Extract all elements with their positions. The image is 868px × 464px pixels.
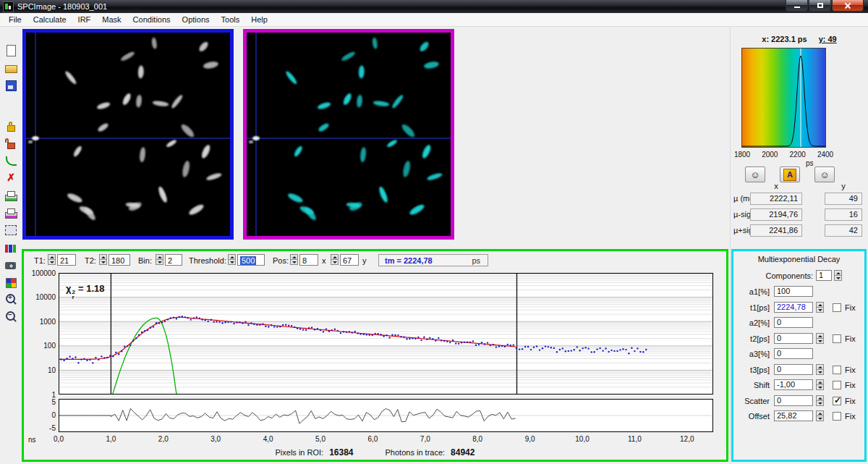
menu-file[interactable]: File [3, 14, 27, 25]
param-spinner[interactable] [816, 302, 824, 313]
minimize-button[interactable] [786, 0, 808, 12]
lifetime-image-panel [243, 29, 454, 240]
param-label: a1[%] [736, 287, 770, 296]
pos-y-field[interactable]: 67 [340, 254, 359, 266]
menu-conditions[interactable]: Conditions [127, 14, 176, 25]
param-spinner[interactable] [816, 379, 824, 391]
fix-label: Fix [845, 334, 856, 343]
fix-checkbox[interactable] [833, 412, 841, 421]
menu-help[interactable]: Help [245, 14, 273, 25]
y-axis-tick: 100 [24, 342, 56, 350]
multiexponential-panel: Multiexponential Decay Components: 1 a1[… [731, 249, 867, 462]
spcimage-window: SPCImage - 180903_001 FileCalculateIRFMa… [0, 0, 868, 464]
pixels-in-roi-label: Pixels in ROI: [276, 448, 324, 457]
param-spinner[interactable] [816, 364, 824, 376]
param-spinner[interactable] [816, 333, 824, 345]
bin-spinner[interactable] [156, 254, 163, 266]
delete-icon[interactable]: ✗ [3, 172, 19, 185]
scale-right-button[interactable]: ☺ [814, 166, 835, 182]
pixels-in-roi-value: 16384 [329, 447, 353, 457]
curve-icon[interactable] [3, 154, 19, 167]
menu-bar: FileCalculateIRFMaskConditionsOptionsToo… [0, 13, 868, 27]
param-field[interactable]: 0 [774, 317, 813, 328]
menu-mask[interactable]: Mask [96, 14, 127, 25]
pos-y-unit-label: y [362, 256, 367, 265]
tm-value: tm = 2224,78 [385, 256, 433, 265]
scale-unit: ps [806, 159, 814, 167]
palette-icon[interactable] [3, 276, 19, 289]
pos-x-spinner[interactable] [290, 254, 298, 266]
save-icon[interactable] [3, 79, 19, 92]
menu-calculate[interactable]: Calculate [27, 14, 72, 25]
roi-icon[interactable] [3, 224, 19, 237]
x-axis-tick: 7,0 [420, 435, 430, 443]
lock-icon[interactable] [3, 119, 19, 132]
menu-irf[interactable]: IRF [72, 14, 97, 25]
x-axis-tick: 6,0 [367, 435, 378, 443]
residual-plot[interactable] [59, 399, 713, 432]
tm-unit: ps [472, 256, 480, 265]
pos-x-field[interactable]: 8 [299, 254, 318, 266]
intensity-image[interactable] [26, 33, 230, 236]
param-spinner[interactable] [816, 410, 824, 422]
param-label: Offset [736, 412, 770, 421]
color-scale-histogram[interactable] [741, 48, 826, 148]
print-magenta-icon[interactable] [3, 206, 19, 219]
fix-checkbox[interactable] [833, 381, 841, 389]
zoom-in-icon[interactable]: + [3, 293, 19, 306]
t1-spinner[interactable] [48, 254, 56, 266]
param-field[interactable]: -1,00 [774, 379, 813, 390]
fix-label: Fix [845, 412, 856, 421]
autoscale-button[interactable]: A [780, 166, 800, 182]
param-field[interactable]: 100 [774, 286, 813, 297]
fix-checkbox[interactable] [833, 366, 841, 374]
param-field[interactable]: 0 [774, 333, 813, 344]
x-axis-tick: 9,0 [525, 435, 535, 443]
scale-tick: 1800 [734, 151, 750, 159]
param-label: Shift [736, 381, 770, 389]
camera-icon[interactable] [3, 258, 19, 271]
y-axis-tick: 1 [24, 391, 56, 399]
fix-checkbox[interactable] [833, 397, 841, 405]
t2-spinner[interactable] [99, 254, 107, 266]
stats-col-y: y [825, 182, 862, 190]
x-axis-tick: 11,0 [628, 435, 642, 443]
y-axis-tick: 10 [24, 366, 56, 374]
param-row-a2: a2[%]0 [736, 317, 864, 332]
param-field[interactable]: 0 [774, 395, 813, 406]
new-file-icon[interactable] [3, 44, 19, 57]
t1-field[interactable]: 21 [57, 254, 76, 266]
x-axis-tick: 0,0 [54, 435, 64, 443]
menu-tools[interactable]: Tools [216, 14, 246, 25]
menu-options[interactable]: Options [176, 14, 216, 25]
stat-x-value: 2241,86 [750, 224, 802, 237]
trace-status-row: Pixels in ROI: 16384 Photons in trace: 8… [24, 447, 726, 457]
threshold-spinner[interactable] [228, 254, 236, 266]
scale-cursor-x: x: 2223.1 ps [762, 35, 807, 43]
param-row-offset: Offset25,82Fix [736, 410, 864, 425]
stat-y-value: 42 [825, 224, 862, 237]
histogram-icon[interactable] [3, 241, 19, 254]
open-folder-icon[interactable] [3, 62, 19, 75]
scale-left-button[interactable]: ☺ [745, 166, 765, 182]
x-axis-tick: 3,0 [210, 435, 221, 443]
maximize-button[interactable] [809, 0, 831, 12]
param-field[interactable]: 0 [774, 348, 813, 359]
fix-checkbox[interactable] [833, 334, 841, 343]
t2-field[interactable]: 180 [109, 254, 130, 266]
param-field[interactable]: 0 [774, 364, 813, 375]
threshold-field[interactable]: 500 [237, 254, 265, 266]
lifetime-image[interactable] [247, 33, 451, 236]
bin-field[interactable]: 2 [165, 254, 182, 266]
zoom-out-icon[interactable]: − [3, 311, 19, 324]
pos-y-spinner[interactable] [331, 254, 339, 266]
fix-checkbox[interactable] [833, 303, 841, 312]
stat-row: µ-sigma2194,7616 [732, 208, 867, 222]
param-spinner[interactable] [816, 395, 824, 407]
print-color-icon[interactable] [3, 189, 19, 202]
param-field[interactable]: 25,82 [774, 410, 813, 421]
unlock-icon[interactable] [3, 137, 19, 150]
decay-plot[interactable] [59, 273, 713, 395]
param-field[interactable]: 2224,78 [774, 302, 813, 313]
close-button[interactable] [832, 0, 864, 12]
